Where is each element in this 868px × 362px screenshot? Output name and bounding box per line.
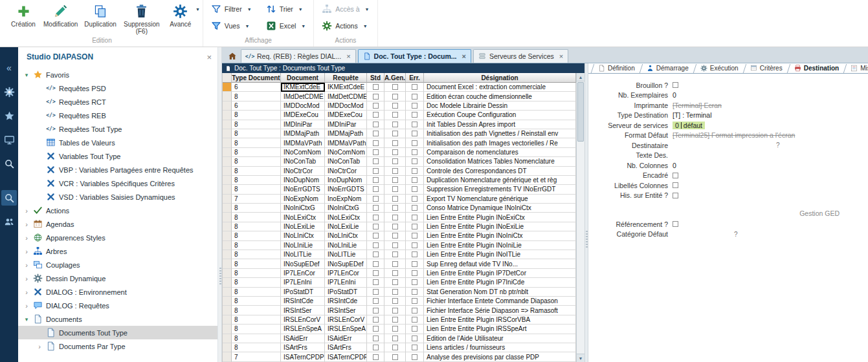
- table-row[interactable]: 8ISArtFrsISArtFrsLiens articles / fourni…: [223, 343, 576, 352]
- checkbox-unchecked[interactable]: [412, 168, 417, 174]
- cell-agen[interactable]: [384, 241, 406, 250]
- tree-item-couplages[interactable]: ›Couplages: [18, 258, 217, 272]
- checkbox-unchecked[interactable]: [412, 84, 417, 90]
- checkbox-unchecked[interactable]: [373, 233, 379, 239]
- cell-err[interactable]: [406, 120, 424, 129]
- checkbox-unchecked[interactable]: [412, 215, 417, 220]
- tree-item-variables-tout-type[interactable]: Variables Tout Type: [18, 149, 217, 163]
- acc-s-button[interactable]: Accès à▼: [320, 2, 371, 16]
- checkbox-unchecked[interactable]: [412, 270, 417, 276]
- cell-std[interactable]: [367, 213, 384, 222]
- tree-item-documents[interactable]: ▾Documents: [18, 312, 217, 326]
- cell-document[interactable]: INoLIniCtx: [281, 231, 325, 240]
- cell-std[interactable]: [367, 129, 384, 138]
- tree-item-tables-de-valeurs[interactable]: Tables de Valeurs: [18, 136, 217, 149]
- checkbox-unchecked[interactable]: [392, 289, 398, 295]
- cell-std[interactable]: [367, 315, 384, 325]
- collapse-node-icon[interactable]: ▾: [23, 72, 30, 78]
- row-selector[interactable]: [223, 315, 232, 325]
- cell-std[interactable]: [367, 92, 384, 101]
- cell-err[interactable]: [406, 315, 424, 325]
- checkbox-unchecked[interactable]: [392, 215, 398, 220]
- table-row[interactable]: 8ISAidErrISAidErrEdition de l'Aide Utili…: [223, 334, 576, 343]
- cell-document[interactable]: IRSLEnCorV: [281, 315, 325, 325]
- checkbox-unchecked[interactable]: [373, 215, 379, 220]
- panel-tab-destination[interactable]: Destination: [788, 63, 845, 73]
- checkbox-unchecked[interactable]: [373, 196, 379, 202]
- checkbox-unchecked[interactable]: [392, 261, 398, 267]
- checkbox-unchecked[interactable]: [392, 168, 398, 174]
- cell-std[interactable]: [367, 204, 384, 213]
- cell-std[interactable]: [367, 111, 384, 120]
- cell-std[interactable]: [367, 231, 384, 240]
- cell-err[interactable]: [406, 129, 424, 138]
- checkbox-unchecked[interactable]: [373, 289, 379, 295]
- checkbox-unchecked[interactable]: [412, 233, 417, 239]
- close-sidebar-icon[interactable]: ×: [206, 52, 212, 62]
- cell-err[interactable]: [406, 297, 424, 306]
- cell-document[interactable]: IMDMaVPath: [281, 138, 325, 147]
- checkbox-unchecked[interactable]: [373, 112, 379, 118]
- tree-item-apparences-styles[interactable]: ›Apparences Styles: [18, 231, 217, 244]
- row-selector[interactable]: [223, 204, 232, 213]
- column-header-document[interactable]: Document: [281, 73, 325, 83]
- cell-err[interactable]: [406, 204, 424, 213]
- field-value[interactable]: 0: [673, 162, 676, 169]
- checkbox-unchecked[interactable]: [373, 84, 379, 90]
- table-row[interactable]: 8INoLExiLieINoLExiLieLien Entre Entite P…: [223, 222, 576, 231]
- checkbox-unchecked[interactable]: [392, 224, 398, 229]
- cell-err[interactable]: [406, 157, 424, 166]
- cell-agen[interactable]: [384, 213, 406, 222]
- checkbox-unchecked[interactable]: [373, 94, 379, 100]
- row-selector[interactable]: [223, 157, 232, 166]
- row-selector[interactable]: [223, 101, 232, 111]
- checkbox-unchecked[interactable]: [373, 149, 379, 155]
- checkbox-unchecked[interactable]: [392, 345, 398, 350]
- row-selector[interactable]: [223, 176, 232, 185]
- panel-tab-mise-en-forme[interactable]: Mise En Forme: [845, 63, 868, 73]
- panel-tab-d-finition[interactable]: Définition: [592, 63, 641, 73]
- column-header-type-document[interactable]: Type Document: [232, 73, 281, 83]
- table-row[interactable]: 8IPoStatDTIPoStatDTStat Generation Nom D…: [223, 288, 576, 297]
- cell-err[interactable]: [406, 288, 424, 297]
- scrollbar-thumb[interactable]: [577, 82, 584, 142]
- expand-node-icon[interactable]: ›: [23, 220, 30, 228]
- checkbox-unchecked[interactable]: [373, 131, 379, 136]
- expand-node-icon[interactable]: ›: [23, 275, 30, 282]
- checkbox-unchecked[interactable]: [373, 168, 379, 174]
- checkbox-unchecked[interactable]: [392, 94, 398, 100]
- tree-item-requ-tes-rct[interactable]: </>Requêtes RCT: [18, 95, 217, 109]
- row-selector[interactable]: [223, 167, 232, 176]
- table-row[interactable]: 8INoConTabINoConTabConsolidation Matrice…: [223, 157, 576, 166]
- checkbox-unchecked[interactable]: [412, 131, 417, 136]
- checkbox-unchecked[interactable]: [412, 298, 417, 304]
- checkbox-unchecked[interactable]: [392, 279, 398, 285]
- tree-item-vcr-variables-sp-cifiques-crit-res[interactable]: VCR : Variables Spécifiques Critères: [18, 176, 217, 190]
- checkbox-unchecked[interactable]: [412, 196, 417, 202]
- duplication-button[interactable]: Duplication: [82, 2, 118, 28]
- checkbox-unchecked[interactable]: [373, 326, 379, 332]
- checkbox-unchecked[interactable]: [392, 131, 398, 136]
- cell-std[interactable]: [367, 250, 384, 259]
- cell-document[interactable]: ISAidErr: [281, 334, 325, 343]
- cell-document[interactable]: INoExpNom: [281, 195, 325, 204]
- checkbox-unchecked[interactable]: [392, 149, 398, 155]
- row-selector[interactable]: [223, 213, 232, 222]
- advanced-search-button[interactable]: [1, 190, 17, 206]
- table-row[interactable]: 8IRSIntSerIRSIntSerFichier Interface Sér…: [223, 306, 576, 315]
- table-row[interactable]: 8IMDMaVPathIMDMaVPathInitialisation des …: [223, 138, 576, 147]
- column-header-requ-te[interactable]: Requête: [325, 73, 367, 83]
- tab-req-reb-r-gles-dial[interactable]: </>Req. (REB) : Règles DIAL...×: [241, 49, 356, 63]
- row-selector[interactable]: [223, 297, 232, 306]
- table-row[interactable]: 8INoLITLieINoLITLieLien Entre Entite Plu…: [223, 250, 576, 259]
- trier-button[interactable]: Trier▼: [264, 2, 308, 16]
- cell-err[interactable]: [406, 83, 424, 92]
- tree-item-dialog-environnement[interactable]: ›DIALOG : Environnement: [18, 285, 217, 299]
- cell-std[interactable]: [367, 259, 384, 268]
- cell-document[interactable]: ISArtFrs: [281, 343, 325, 352]
- expand-node-icon[interactable]: ›: [23, 248, 30, 255]
- table-row[interactable]: 8INoCtrCorINoCtrCorControle des Correspo…: [223, 167, 576, 176]
- checkbox-unchecked[interactable]: [392, 298, 398, 304]
- panel-tab-crit-res[interactable]: Critères: [744, 63, 788, 73]
- table-row[interactable]: 6IMDDocModIMDDocModDoc Modele Librairie …: [223, 101, 576, 111]
